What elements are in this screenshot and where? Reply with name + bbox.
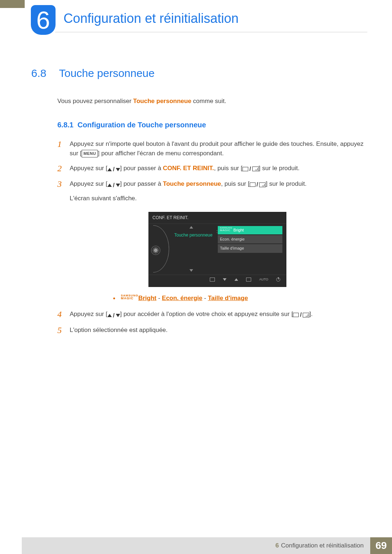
chapter-title: Configuration et réinitialisation <box>64 11 238 26</box>
bullet-icon <box>113 297 115 299</box>
step-body: Appuyez sur [/] pour passer à Touche per… <box>70 179 365 303</box>
menu-button-icon: MENU <box>82 150 98 157</box>
intro-text: Vous pouvez personnaliser Touche personn… <box>57 98 365 105</box>
triangle-up-icon <box>234 278 238 281</box>
step-number: 2 <box>57 164 70 175</box>
text: Appuyez sur [ <box>70 180 107 187</box>
text: ] pour passer à <box>120 180 163 187</box>
osd-option-selected: SAMSUNGMAGIC Bright <box>218 226 282 234</box>
text: ] pour accéder à l'option de votre choix… <box>120 311 293 317</box>
step-number: 1 <box>57 139 70 159</box>
step-number: 3 <box>57 179 70 303</box>
header-stripe <box>0 0 25 8</box>
triangle-down-icon <box>116 184 120 187</box>
text: - <box>156 295 162 301</box>
step-body: Appuyez sur [/] pour passer à CONF. ET R… <box>70 164 365 175</box>
triangle-down-icon <box>116 314 120 317</box>
section-heading: 6.8 Touche personneue <box>31 67 365 79</box>
text: ]. <box>309 311 313 317</box>
chapter-number-badge: 6 <box>31 5 56 35</box>
text: , puis sur [ <box>221 180 249 187</box>
header-rule <box>55 32 367 32</box>
link-magic-bright[interactable]: Bright <box>138 295 156 301</box>
footer-chapter-number: 6 <box>275 542 279 549</box>
select-enter-icon: / <box>250 180 266 189</box>
select-enter-icon: / <box>293 310 309 320</box>
gear-icon <box>152 246 160 254</box>
text: Appuyez sur [ <box>70 311 107 317</box>
subsection-number: 6.8.1 <box>57 121 73 129</box>
nav-icon <box>246 278 251 282</box>
section-body: 6.8 Touche personneue Vous pouvez person… <box>31 67 365 340</box>
triangle-up-icon <box>189 226 193 229</box>
osd-option: Econ. énergie <box>218 235 282 243</box>
osd-screenshot: CONF. ET REINIT. Touche personneue : <box>148 212 286 287</box>
enter-icon <box>259 182 266 187</box>
intro-before: Vous pouvez personnaliser <box>57 98 133 104</box>
step-body: Appuyez sur [/] pour accéder à l'option … <box>70 309 365 320</box>
intro-highlight: Touche personneue <box>133 98 191 104</box>
triangle-down-icon <box>223 278 226 281</box>
subsection-heading: 6.8.1 Configuration de Touche personneue <box>57 121 365 129</box>
step-number: 5 <box>57 325 70 335</box>
rect-icon <box>293 313 299 317</box>
link-taille-image[interactable]: Taille d'image <box>208 295 248 301</box>
select-enter-icon: / <box>242 164 259 174</box>
step-body: Appuyez sur n'importe quel bouton à l'av… <box>70 139 365 159</box>
text: MAGIC <box>220 229 230 232</box>
triangle-up-icon <box>107 314 112 317</box>
intro-after: comme suit. <box>191 98 226 104</box>
section-number: 6.8 <box>31 67 57 79</box>
step-body: L'option sélectionnée est appliquée. <box>70 325 365 335</box>
triangle-down-icon <box>189 269 193 272</box>
section-title: Touche personneue <box>59 67 155 79</box>
highlight: CONF. ET REINIT. <box>163 165 214 172</box>
triangle-up-icon <box>107 168 112 171</box>
highlight: Touche personneue <box>163 180 221 187</box>
text: - <box>203 295 208 301</box>
text: Appuyez sur [ <box>70 165 107 172</box>
text: ] pour passer à <box>120 165 163 172</box>
step-1: 1 Appuyez sur n'importe quel bouton à l'… <box>57 139 365 159</box>
text: L'option sélectionnée est appliquée. <box>70 327 168 333</box>
step-number: 4 <box>57 309 70 320</box>
up-down-icon: / <box>107 165 120 174</box>
step-4: 4 Appuyez sur [/] pour accéder à l'optio… <box>57 309 365 320</box>
footer-bar: 6 Configuration et réinitialisation <box>22 537 370 554</box>
enter-icon <box>303 313 309 317</box>
text: ] sur le produit. <box>259 165 299 172</box>
step-3: 3 Appuyez sur [/] pour passer à Touche p… <box>57 179 365 303</box>
text: Bright <box>233 228 244 232</box>
text: MAGIC <box>121 296 134 300</box>
footer-chapter-title: Configuration et réinitialisation <box>281 542 364 549</box>
link-econ-energie[interactable]: Econ. énergie <box>162 295 202 301</box>
option-links-row: SAMSUNGMAGICBright - Econ. énergie - Tai… <box>113 294 365 303</box>
text: , puis sur [ <box>214 165 242 172</box>
triangle-up-icon <box>107 184 112 187</box>
text: ] sur le produit. <box>266 180 306 187</box>
auto-label: AUTO <box>259 277 268 282</box>
separator: : <box>216 228 217 235</box>
osd-title: CONF. ET REINIT. <box>149 212 286 224</box>
nav-icon <box>210 278 215 282</box>
page-number: 69 <box>370 537 392 554</box>
osd-bottom-bar: AUTO <box>149 275 286 283</box>
step-5: 5 L'option sélectionnée est appliquée. <box>57 325 365 335</box>
osd-option: Taille d'image <box>218 244 282 253</box>
triangle-down-icon <box>116 168 120 171</box>
footer: 6 Configuration et réinitialisation 69 <box>0 537 392 554</box>
enter-icon <box>252 167 259 171</box>
osd-menu-item: Touche personneue <box>174 232 218 239</box>
option-links: SAMSUNGMAGICBright - Econ. énergie - Tai… <box>121 294 248 303</box>
power-icon <box>276 278 280 282</box>
steps-list: 1 Appuyez sur n'importe quel bouton à l'… <box>57 139 365 335</box>
text: L'écran suivant s'affiche. <box>70 195 137 202</box>
step-2: 2 Appuyez sur [/] pour passer à CONF. ET… <box>57 164 365 175</box>
up-down-icon: / <box>107 311 120 320</box>
text: ] pour afficher l'écran de menu correspo… <box>98 150 224 157</box>
rect-icon <box>242 167 248 171</box>
subsection-title: Configuration de Touche personneue <box>78 121 206 129</box>
rect-icon <box>250 182 256 187</box>
up-down-icon: / <box>107 181 120 190</box>
